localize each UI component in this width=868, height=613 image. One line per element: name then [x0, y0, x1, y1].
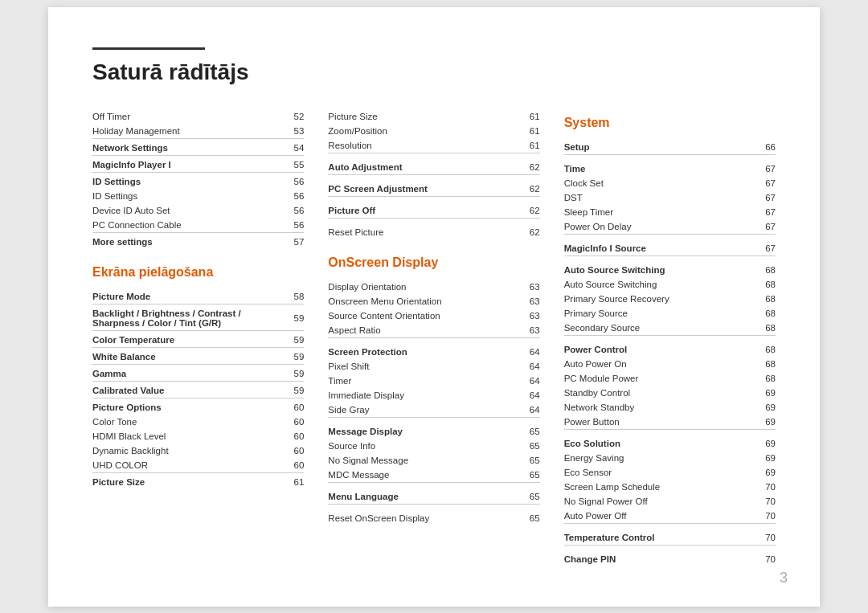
- toc-num: 56: [262, 218, 305, 233]
- toc-label: Calibrated Value: [92, 381, 262, 398]
- toc-label: Backlight / Brightness / Contrast / Shar…: [92, 304, 262, 330]
- toc-label: PC Module Power: [564, 371, 734, 386]
- toc-label: Eco Solution: [564, 436, 734, 451]
- toc-num: 54: [262, 138, 305, 155]
- col1-section-heading: Ekrāna pielāgošana: [92, 265, 304, 280]
- toc-num: 61: [497, 124, 540, 138]
- toc-label: Eco Sensor: [564, 465, 734, 480]
- toc-num: 59: [262, 330, 305, 347]
- toc-label: Device ID Auto Set: [92, 203, 262, 218]
- toc-num: 63: [497, 280, 540, 294]
- toc-label: Power Control: [564, 342, 734, 357]
- toc-num: 62: [497, 160, 540, 175]
- col2-section-heading: OnScreen Display: [328, 255, 539, 270]
- toc-num: 63: [497, 323, 540, 338]
- toc-num: 64: [497, 403, 540, 418]
- toc-label: Reset OnScreen Display: [328, 511, 497, 525]
- toc-label: Color Temperature: [92, 330, 262, 347]
- toc-num: 68: [733, 263, 776, 277]
- toc-label: Time: [564, 161, 734, 176]
- toc-label: No Signal Message: [328, 453, 497, 468]
- toc-label: HDMI Black Level: [92, 429, 262, 443]
- toc-num: 59: [262, 381, 305, 398]
- col2-top-table: Picture Size61Zoom/Position61Resolution6…: [328, 109, 539, 239]
- toc-label: More settings: [92, 232, 262, 249]
- toc-label: Menu Language: [328, 489, 497, 505]
- col3: System Setup66Time67Clock Set67DST67Slee…: [564, 109, 776, 566]
- toc-num: 68: [733, 371, 776, 386]
- toc-label: Sleep Timer: [564, 205, 734, 219]
- toc-label: Network Settings: [92, 138, 262, 155]
- toc-num: 69: [733, 386, 776, 400]
- toc-label: MDC Message: [328, 468, 497, 483]
- toc-label: ID Settings: [92, 172, 262, 189]
- toc-label: Power Button: [564, 415, 734, 430]
- toc-num: 68: [733, 306, 776, 321]
- toc-num: 62: [497, 225, 540, 239]
- toc-label: Zoom/Position: [328, 124, 497, 138]
- toc-num: 67: [733, 205, 776, 219]
- toc-label: Gamma: [92, 364, 262, 381]
- toc-num: 64: [497, 359, 540, 374]
- toc-num: 68: [733, 277, 776, 292]
- toc-num: 65: [497, 468, 540, 483]
- toc-num: 60: [262, 429, 305, 443]
- toc-label: Aspect Ratio: [328, 323, 497, 338]
- toc-num: 69: [733, 400, 776, 415]
- toc-label: Change PIN: [564, 552, 734, 566]
- toc-num: 64: [497, 388, 540, 403]
- toc-label: Message Display: [328, 424, 497, 439]
- toc-label: Display Orientation: [328, 280, 497, 294]
- toc-label: MagicInfo I Source: [564, 241, 734, 256]
- toc-num: 65: [497, 439, 540, 453]
- toc-num: 67: [733, 176, 776, 190]
- toc-label: Power On Delay: [564, 219, 734, 235]
- page: Saturā rādītājs Off Timer52Holiday Manag…: [48, 7, 820, 607]
- toc-num: 60: [262, 443, 305, 458]
- toc-num: 70: [733, 552, 776, 566]
- col3-section-heading: System: [564, 116, 776, 130]
- toc-label: Resolution: [328, 138, 497, 153]
- toc-label: Picture Mode: [92, 289, 262, 304]
- toc-num: 62: [497, 182, 540, 197]
- toc-num: 65: [497, 453, 540, 468]
- toc-num: 63: [497, 294, 540, 309]
- toc-num: 67: [733, 219, 776, 235]
- toc-label: Source Info: [328, 439, 497, 453]
- toc-num: 67: [733, 190, 776, 205]
- toc-label: Off Timer: [92, 109, 262, 124]
- toc-label: Auto Source Switching: [564, 263, 734, 277]
- toc-num: 62: [497, 203, 540, 219]
- page-number: 3: [780, 570, 788, 586]
- toc-label: Source Content Orientation: [328, 309, 497, 323]
- toc-num: 69: [733, 436, 776, 451]
- toc-label: Setup: [564, 140, 734, 155]
- col3-table: Setup66Time67Clock Set67DST67Sleep Timer…: [564, 140, 776, 566]
- toc-label: Energy Saving: [564, 451, 734, 465]
- toc-num: 69: [733, 465, 776, 480]
- toc-label: UHD COLOR: [92, 458, 262, 473]
- toc-num: 70: [733, 494, 776, 509]
- toc-label: PC Screen Adjustment: [328, 182, 497, 197]
- toc-label: ID Settings: [92, 189, 262, 203]
- toc-num: 61: [262, 472, 305, 489]
- col2: Picture Size61Zoom/Position61Resolution6…: [328, 109, 563, 525]
- toc-label: Screen Protection: [328, 345, 497, 359]
- toc-num: 57: [262, 232, 305, 249]
- toc-label: Auto Source Switching: [564, 277, 734, 292]
- toc-num: 56: [262, 189, 305, 203]
- toc-num: 67: [733, 161, 776, 176]
- toc-num: 60: [262, 415, 305, 429]
- toc-label: Picture Options: [92, 398, 262, 415]
- toc-label: Auto Power On: [564, 357, 734, 371]
- toc-num: 69: [733, 415, 776, 430]
- toc-num: 60: [262, 458, 305, 473]
- toc-num: 70: [733, 480, 776, 494]
- toc-num: 59: [262, 304, 305, 330]
- col1-top-table: Off Timer52Holiday Management53Network S…: [92, 109, 304, 249]
- columns: Off Timer52Holiday Management53Network S…: [92, 109, 776, 566]
- toc-num: 69: [733, 451, 776, 465]
- toc-num: 53: [262, 124, 305, 139]
- toc-num: 56: [262, 172, 305, 189]
- toc-num: 59: [262, 364, 305, 381]
